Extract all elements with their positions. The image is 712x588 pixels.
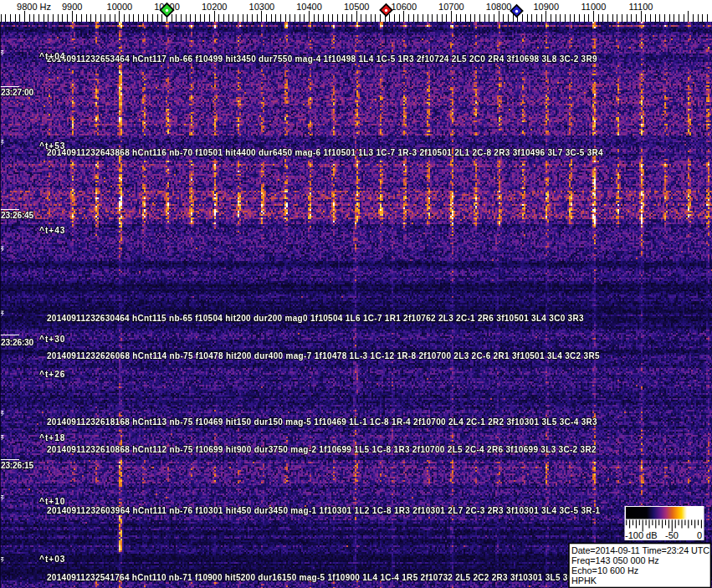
svg-text:Echo=10 600 Hz: Echo=10 600 Hz: [571, 565, 638, 575]
svg-text:20140911232610868 hCnt112 nb-7: 20140911232610868 hCnt112 nb-75 f10699 h…: [47, 445, 597, 454]
svg-text:^t+53: ^t+53: [39, 141, 65, 151]
svg-text:11100: 11100: [629, 2, 653, 12]
svg-text:Date=2014-09-11 Time=23:24 UTC: Date=2014-09-11 Time=23:24 UTC: [571, 545, 709, 555]
svg-text:23:26:15: 23:26:15: [1, 461, 34, 470]
svg-text:^t+26: ^t+26: [39, 370, 65, 379]
svg-text:23:26:30: 23:26:30: [1, 338, 34, 347]
svg-text:23:26:45: 23:26:45: [1, 211, 34, 220]
svg-text:10200: 10200: [202, 2, 228, 12]
svg-text:10000: 10000: [107, 2, 133, 12]
svg-text:-50: -50: [665, 530, 679, 540]
svg-text:^t+10: ^t+10: [39, 497, 65, 506]
svg-text:10700: 10700: [438, 2, 464, 12]
svg-text:11000: 11000: [581, 2, 607, 12]
svg-text:^t+18: ^t+18: [39, 433, 65, 442]
svg-text:20140911232653464 hCnt117 nb-6: 20140911232653464 hCnt117 nb-66 f10499 h…: [47, 54, 597, 64]
svg-text:-100 dB: -100 dB: [625, 530, 658, 540]
svg-text:10400: 10400: [296, 2, 322, 12]
svg-text:10900: 10900: [534, 2, 560, 12]
svg-text:0: 0: [697, 530, 702, 540]
svg-text:^t+43: ^t+43: [39, 226, 65, 235]
svg-text:23:27:00: 23:27:00: [1, 88, 34, 97]
svg-text:9900: 9900: [62, 2, 82, 12]
svg-text:^t+30: ^t+30: [39, 335, 65, 344]
svg-text:Freq=143 050 000 Hz: Freq=143 050 000 Hz: [571, 555, 659, 565]
svg-text:^t+04: ^t+04: [39, 52, 65, 61]
svg-text:HPHK: HPHK: [571, 575, 597, 585]
svg-text:10500: 10500: [344, 2, 370, 12]
svg-text:10300: 10300: [249, 2, 275, 12]
svg-text:20140911232541764 hCnt110 nb-7: 20140911232541764 hCnt110 nb-71 f10900 h…: [47, 573, 601, 582]
svg-text:20140911232618168 hCnt113 nb-7: 20140911232618168 hCnt113 nb-75 f10469 h…: [47, 417, 597, 427]
svg-text:20140911232630464 hCnt115 nb-6: 20140911232630464 hCnt115 nb-65 f10504 h…: [47, 314, 584, 323]
svg-text:20140911232626068 hCnt114 nb-7: 20140911232626068 hCnt114 nb-75 f10478 h…: [47, 351, 600, 360]
svg-text:10800: 10800: [486, 2, 512, 12]
svg-text:20140911232603964 hCnt111 nb-7: 20140911232603964 hCnt111 nb-76 f10301 h…: [47, 506, 601, 515]
svg-text:^t+03: ^t+03: [39, 555, 65, 564]
svg-text:10600: 10600: [392, 2, 417, 12]
svg-text:9800 Hz: 9800 Hz: [17, 2, 51, 12]
svg-text:20140911232643868 hCnt116 nb-7: 20140911232643868 hCnt116 nb-70 f10501 h…: [47, 148, 603, 157]
